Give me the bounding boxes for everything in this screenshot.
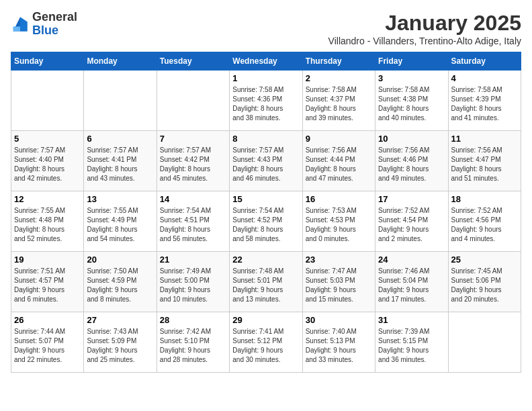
calendar-cell: 13Sunrise: 7:55 AM Sunset: 4:49 PM Dayli… — [84, 191, 157, 252]
week-row-3: 12Sunrise: 7:55 AM Sunset: 4:48 PM Dayli… — [11, 191, 521, 252]
day-details: Sunrise: 7:44 AM Sunset: 5:07 PM Dayligh… — [14, 327, 81, 365]
day-details: Sunrise: 7:46 AM Sunset: 5:04 PM Dayligh… — [378, 267, 445, 304]
day-details: Sunrise: 7:57 AM Sunset: 4:43 PM Dayligh… — [232, 146, 299, 183]
day-number: 31 — [378, 315, 445, 325]
day-details: Sunrise: 7:40 AM Sunset: 5:13 PM Dayligh… — [306, 327, 372, 365]
week-row-1: 1Sunrise: 7:58 AM Sunset: 4:36 PM Daylig… — [11, 71, 521, 131]
day-details: Sunrise: 7:55 AM Sunset: 4:49 PM Dayligh… — [87, 206, 153, 244]
logo-icon — [11, 15, 30, 34]
day-details: Sunrise: 7:45 AM Sunset: 5:06 PM Dayligh… — [451, 267, 518, 304]
calendar-cell: 16Sunrise: 7:53 AM Sunset: 4:53 PM Dayli… — [302, 191, 375, 252]
day-header-sunday: Sunday — [11, 52, 84, 71]
page-header: General Blue January 2025 Villandro - Vi… — [11, 11, 521, 46]
day-details: Sunrise: 7:54 AM Sunset: 4:52 PM Dayligh… — [232, 206, 299, 244]
day-details: Sunrise: 7:52 AM Sunset: 4:54 PM Dayligh… — [378, 206, 445, 244]
calendar-cell: 2Sunrise: 7:58 AM Sunset: 4:37 PM Daylig… — [302, 71, 375, 131]
week-row-2: 5Sunrise: 7:57 AM Sunset: 4:40 PM Daylig… — [11, 131, 521, 191]
calendar-cell: 29Sunrise: 7:41 AM Sunset: 5:12 PM Dayli… — [230, 312, 302, 373]
calendar-cell: 6Sunrise: 7:57 AM Sunset: 4:41 PM Daylig… — [84, 131, 157, 191]
calendar-cell — [157, 71, 229, 131]
day-number: 25 — [451, 255, 518, 265]
calendar-cell: 17Sunrise: 7:52 AM Sunset: 4:54 PM Dayli… — [375, 191, 448, 252]
calendar-cell: 9Sunrise: 7:56 AM Sunset: 4:44 PM Daylig… — [302, 131, 375, 191]
day-number: 28 — [160, 315, 226, 325]
day-number: 26 — [14, 315, 81, 325]
day-number: 30 — [306, 315, 372, 325]
day-number: 23 — [306, 255, 372, 265]
calendar-cell: 23Sunrise: 7:47 AM Sunset: 5:03 PM Dayli… — [302, 252, 375, 312]
day-header-friday: Friday — [375, 52, 448, 71]
svg-marker-1 — [20, 17, 28, 31]
day-header-thursday: Thursday — [302, 52, 375, 71]
week-row-4: 19Sunrise: 7:51 AM Sunset: 4:57 PM Dayli… — [11, 252, 521, 312]
week-row-5: 26Sunrise: 7:44 AM Sunset: 5:07 PM Dayli… — [11, 312, 521, 373]
calendar-cell: 4Sunrise: 7:58 AM Sunset: 4:39 PM Daylig… — [448, 71, 521, 131]
calendar-cell: 3Sunrise: 7:58 AM Sunset: 4:38 PM Daylig… — [375, 71, 448, 131]
day-number: 27 — [87, 315, 153, 325]
logo-text: General Blue — [32, 11, 77, 38]
calendar-cell: 28Sunrise: 7:42 AM Sunset: 5:10 PM Dayli… — [157, 312, 229, 373]
day-number: 22 — [232, 255, 299, 265]
month-title: January 2025 — [328, 11, 521, 36]
svg-rect-2 — [13, 26, 21, 31]
calendar-cell: 27Sunrise: 7:43 AM Sunset: 5:09 PM Dayli… — [84, 312, 157, 373]
day-number: 19 — [14, 255, 81, 265]
calendar-cell: 24Sunrise: 7:46 AM Sunset: 5:04 PM Dayli… — [375, 252, 448, 312]
calendar-table: SundayMondayTuesdayWednesdayThursdayFrid… — [11, 52, 521, 373]
calendar-cell: 18Sunrise: 7:52 AM Sunset: 4:56 PM Dayli… — [448, 191, 521, 252]
calendar-cell: 14Sunrise: 7:54 AM Sunset: 4:51 PM Dayli… — [157, 191, 229, 252]
day-number: 21 — [160, 255, 226, 265]
day-details: Sunrise: 7:53 AM Sunset: 4:53 PM Dayligh… — [306, 206, 372, 244]
calendar-cell — [448, 312, 521, 373]
day-number: 6 — [87, 134, 153, 144]
day-number: 7 — [160, 134, 226, 144]
day-details: Sunrise: 7:54 AM Sunset: 4:51 PM Dayligh… — [160, 206, 226, 244]
day-details: Sunrise: 7:43 AM Sunset: 5:09 PM Dayligh… — [87, 327, 153, 365]
title-area: January 2025 Villandro - Villanders, Tre… — [328, 11, 521, 46]
calendar-cell: 11Sunrise: 7:56 AM Sunset: 4:47 PM Dayli… — [448, 131, 521, 191]
day-header-saturday: Saturday — [448, 52, 521, 71]
day-number: 9 — [306, 134, 372, 144]
day-header-monday: Monday — [84, 52, 157, 71]
calendar-cell: 8Sunrise: 7:57 AM Sunset: 4:43 PM Daylig… — [230, 131, 302, 191]
day-details: Sunrise: 7:42 AM Sunset: 5:10 PM Dayligh… — [160, 327, 226, 365]
calendar-cell: 20Sunrise: 7:50 AM Sunset: 4:59 PM Dayli… — [84, 252, 157, 312]
day-details: Sunrise: 7:51 AM Sunset: 4:57 PM Dayligh… — [14, 267, 81, 304]
calendar-cell — [84, 71, 157, 131]
day-header-tuesday: Tuesday — [157, 52, 229, 71]
day-number: 16 — [306, 194, 372, 204]
day-number: 8 — [232, 134, 299, 144]
calendar-cell: 7Sunrise: 7:57 AM Sunset: 4:42 PM Daylig… — [157, 131, 229, 191]
day-number: 11 — [451, 134, 518, 144]
day-details: Sunrise: 7:58 AM Sunset: 4:38 PM Dayligh… — [378, 85, 445, 123]
day-details: Sunrise: 7:56 AM Sunset: 4:46 PM Dayligh… — [378, 146, 445, 183]
day-details: Sunrise: 7:50 AM Sunset: 4:59 PM Dayligh… — [87, 267, 153, 304]
day-number: 18 — [451, 194, 518, 204]
day-details: Sunrise: 7:52 AM Sunset: 4:56 PM Dayligh… — [451, 206, 518, 244]
logo-blue: Blue — [32, 24, 58, 37]
day-number: 20 — [87, 255, 153, 265]
day-number: 15 — [232, 194, 299, 204]
day-number: 1 — [232, 73, 299, 83]
calendar-cell: 19Sunrise: 7:51 AM Sunset: 4:57 PM Dayli… — [11, 252, 84, 312]
day-details: Sunrise: 7:49 AM Sunset: 5:00 PM Dayligh… — [160, 267, 226, 304]
subtitle: Villandro - Villanders, Trentino-Alto Ad… — [328, 36, 521, 46]
day-details: Sunrise: 7:47 AM Sunset: 5:03 PM Dayligh… — [306, 267, 372, 304]
calendar-cell: 5Sunrise: 7:57 AM Sunset: 4:40 PM Daylig… — [11, 131, 84, 191]
day-details: Sunrise: 7:56 AM Sunset: 4:47 PM Dayligh… — [451, 146, 518, 183]
day-details: Sunrise: 7:57 AM Sunset: 4:41 PM Dayligh… — [87, 146, 153, 183]
day-details: Sunrise: 7:39 AM Sunset: 5:15 PM Dayligh… — [378, 327, 445, 365]
day-details: Sunrise: 7:41 AM Sunset: 5:12 PM Dayligh… — [232, 327, 299, 365]
day-details: Sunrise: 7:55 AM Sunset: 4:48 PM Dayligh… — [14, 206, 81, 244]
calendar-header: SundayMondayTuesdayWednesdayThursdayFrid… — [11, 52, 521, 71]
calendar-cell: 12Sunrise: 7:55 AM Sunset: 4:48 PM Dayli… — [11, 191, 84, 252]
day-number: 17 — [378, 194, 445, 204]
calendar-cell: 15Sunrise: 7:54 AM Sunset: 4:52 PM Dayli… — [230, 191, 302, 252]
calendar-cell: 10Sunrise: 7:56 AM Sunset: 4:46 PM Dayli… — [375, 131, 448, 191]
day-details: Sunrise: 7:57 AM Sunset: 4:42 PM Dayligh… — [160, 146, 226, 183]
day-details: Sunrise: 7:58 AM Sunset: 4:37 PM Dayligh… — [306, 85, 372, 123]
day-number: 14 — [160, 194, 226, 204]
calendar-cell: 22Sunrise: 7:48 AM Sunset: 5:01 PM Dayli… — [230, 252, 302, 312]
calendar-cell: 1Sunrise: 7:58 AM Sunset: 4:36 PM Daylig… — [230, 71, 302, 131]
day-number: 2 — [306, 73, 372, 83]
